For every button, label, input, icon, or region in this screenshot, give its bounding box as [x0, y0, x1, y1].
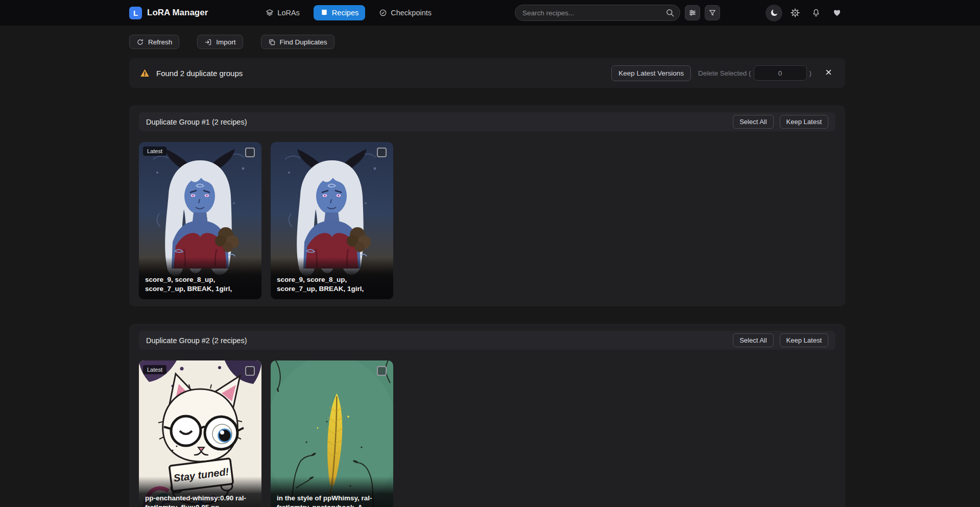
group-actions: Select All Keep Latest [733, 333, 828, 347]
delete-selected-label-prefix: Delete Selected ( [698, 69, 751, 77]
funnel-icon [708, 9, 716, 17]
recipe-card[interactable]: Stay tuned! Latest pp-enchanted-whimsy:0… [139, 360, 261, 507]
recipe-card[interactable]: score_9, score_8_up, score_7_up, BREAK, … [271, 142, 393, 299]
tab-label: Checkpoints [391, 9, 432, 17]
group-actions: Select All Keep Latest [733, 115, 828, 129]
theme-toggle-button[interactable] [766, 5, 782, 21]
recipe-select-checkbox[interactable] [245, 366, 255, 376]
gear-icon [791, 8, 800, 17]
find-duplicates-button[interactable]: Find Duplicates [261, 35, 334, 49]
tab-recipes[interactable]: Recipes [314, 5, 365, 20]
latest-badge: Latest [143, 147, 166, 156]
tab-checkpoints[interactable]: Checkpoints [372, 5, 438, 20]
tab-loras[interactable]: LoRAs [259, 5, 306, 20]
book-icon [320, 9, 328, 17]
main-nav: LoRAs Recipes Checkpoints [259, 5, 438, 20]
tab-label: LoRAs [277, 9, 300, 17]
refresh-icon [136, 38, 144, 46]
warning-icon [139, 68, 150, 79]
refresh-label: Refresh [148, 38, 172, 46]
refresh-button[interactable]: Refresh [129, 35, 179, 49]
duplicate-group-1: Duplicate Group #1 (2 recipes) Select Al… [129, 105, 845, 306]
toolbar: Refresh Import Find Duplicates [129, 35, 845, 49]
main-content: Refresh Import Find Duplicates Found 2 d… [129, 35, 845, 507]
import-icon [204, 38, 212, 46]
recipe-caption: pp-enchanted-whimsy:0.90 ral-frctlgmtry_… [139, 476, 261, 507]
group-header: Duplicate Group #1 (2 recipes) Select Al… [139, 112, 835, 131]
top-navbar: L LoRA Manager LoRAs Recipes Checkpoints [0, 0, 980, 26]
recipe-caption: score_9, score_8_up, score_7_up, BREAK, … [139, 258, 261, 299]
find-duplicates-label: Find Duplicates [280, 38, 327, 46]
recipe-select-checkbox[interactable] [377, 148, 387, 157]
select-all-button[interactable]: Select All [733, 115, 773, 129]
search-icon [665, 8, 675, 17]
nav-actions [766, 5, 845, 21]
tab-label: Recipes [332, 9, 358, 17]
keep-latest-button[interactable]: Keep Latest [780, 115, 828, 129]
app-logo-icon: L [129, 7, 142, 19]
cards-row: Latest score_9, score_8_up, score_7_up, … [139, 142, 835, 299]
app-brand: L LoRA Manager [129, 7, 208, 19]
delete-selected-label-suffix: ) [809, 69, 812, 77]
duplicate-group-2: Duplicate Group #2 (2 recipes) Select Al… [129, 324, 845, 507]
import-label: Import [216, 38, 235, 46]
check-circle-icon [379, 9, 387, 17]
support-button[interactable] [828, 5, 845, 21]
keep-latest-button[interactable]: Keep Latest [780, 333, 828, 347]
delete-selected-group: Delete Selected ( ) [698, 65, 811, 81]
import-button[interactable]: Import [197, 35, 243, 49]
close-icon [824, 68, 833, 77]
select-all-button[interactable]: Select All [733, 333, 773, 347]
sort-options-button[interactable] [685, 5, 700, 20]
duplicates-alert-banner: Found 2 duplicate groups Keep Latest Ver… [129, 58, 845, 88]
group-title: Duplicate Group #2 (2 recipes) [146, 336, 247, 345]
copy-icon [268, 38, 276, 46]
group-title: Duplicate Group #1 (2 recipes) [146, 118, 247, 126]
layers-icon [266, 9, 274, 17]
notifications-button[interactable] [807, 5, 824, 21]
group-header: Duplicate Group #2 (2 recipes) Select Al… [139, 331, 835, 350]
recipe-caption: in the style of ppWhimsy, ral-frctlgmtry… [271, 476, 393, 507]
delete-count-input[interactable] [754, 65, 807, 81]
heart-icon [832, 8, 842, 17]
recipe-card[interactable]: Latest score_9, score_8_up, score_7_up, … [139, 142, 261, 299]
recipe-select-checkbox[interactable] [377, 366, 387, 376]
search-box [515, 5, 680, 21]
settings-button[interactable] [786, 5, 803, 21]
recipe-caption: score_9, score_8_up, score_7_up, BREAK, … [271, 258, 393, 299]
keep-latest-versions-button[interactable]: Keep Latest Versions [611, 65, 691, 81]
search-input[interactable] [515, 5, 680, 21]
search-zone [515, 5, 720, 21]
alert-message: Found 2 duplicate groups [156, 69, 243, 78]
latest-badge: Latest [143, 365, 166, 374]
cards-row: Stay tuned! Latest pp-enchanted-whimsy:0… [139, 360, 835, 507]
bell-icon [811, 8, 821, 17]
recipe-select-checkbox[interactable] [245, 148, 255, 157]
moon-icon [770, 8, 779, 17]
alert-actions: Keep Latest Versions Delete Selected ( ) [611, 65, 835, 81]
recipe-card[interactable]: in the style of ppWhimsy, ral-frctlgmtry… [271, 360, 393, 507]
sliders-icon [688, 9, 697, 17]
filter-button[interactable] [705, 5, 720, 20]
alert-close-button[interactable] [822, 66, 835, 80]
app-title: LoRA Manager [147, 8, 208, 18]
